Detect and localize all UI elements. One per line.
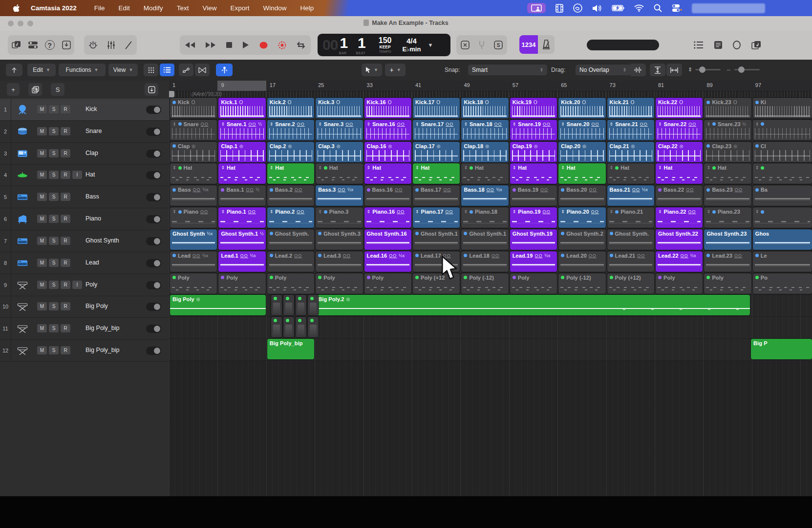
track-row-7[interactable]: 7MSRGhost Synth bbox=[0, 230, 169, 252]
flex-icon[interactable] bbox=[195, 64, 210, 76]
region[interactable]: Bass.18OO½x bbox=[461, 185, 508, 206]
region[interactable]: Lead.17OO bbox=[413, 251, 460, 272]
vertical-auto-zoom-button[interactable] bbox=[650, 64, 665, 76]
region[interactable]: Poly bbox=[316, 273, 363, 294]
region[interactable]: Ki bbox=[753, 98, 812, 118]
toggles-icon[interactable] bbox=[28, 41, 38, 49]
horizontal-zoom-slider[interactable]: ⇔ bbox=[726, 66, 760, 72]
lcd-tempo[interactable]: 150 KEEP TEMPO bbox=[379, 37, 392, 53]
region[interactable]: Big Poly.2◎ bbox=[316, 295, 750, 315]
region[interactable]: Lead.3OO bbox=[316, 251, 363, 272]
region[interactable]: ⇕Piano.16OO bbox=[364, 207, 411, 228]
track-row-8[interactable]: 8MSRLead bbox=[0, 252, 169, 274]
region[interactable]: ⇕SnareOO bbox=[170, 120, 217, 140]
r-button[interactable]: R bbox=[61, 149, 70, 157]
record-button[interactable] bbox=[259, 42, 268, 49]
track-on-toggle[interactable] bbox=[146, 150, 161, 158]
region[interactable]: Bass.23OO bbox=[704, 185, 751, 206]
region[interactable]: Poly bbox=[218, 273, 265, 294]
rewind-button[interactable] bbox=[185, 42, 195, 48]
track-row-3[interactable]: 3MSRClap bbox=[0, 143, 169, 165]
region[interactable]: ⇕Piano.1OO bbox=[218, 207, 265, 228]
track-lane[interactable] bbox=[169, 317, 812, 339]
r-button[interactable]: R bbox=[61, 281, 70, 289]
list-view-icon[interactable] bbox=[160, 64, 174, 76]
region[interactable]: ⇕Snare.18OO bbox=[461, 120, 508, 140]
track-on-toggle[interactable] bbox=[146, 303, 161, 311]
menu-item-window[interactable]: Window bbox=[263, 4, 286, 12]
region[interactable]: Ghost Synth.16 bbox=[364, 229, 411, 250]
region[interactable]: Kick.1O bbox=[218, 98, 265, 118]
region[interactable]: Clap.22◎ bbox=[656, 142, 703, 162]
cycle-button[interactable] bbox=[296, 42, 306, 49]
edit-menu[interactable]: Edit▼ bbox=[27, 64, 56, 76]
region[interactable]: ⇕Snare.19OO bbox=[510, 120, 557, 140]
drag-select[interactable]: No Overlap⇕ bbox=[576, 65, 630, 75]
region[interactable]: Clap.17◎ bbox=[413, 142, 460, 162]
region[interactable]: ⇕Hat bbox=[218, 163, 265, 184]
m-button[interactable]: M bbox=[37, 127, 47, 135]
region[interactable]: ⇕Snare.1OO½ bbox=[218, 120, 265, 140]
region[interactable]: Poly bbox=[510, 273, 557, 294]
help-icon[interactable]: ? bbox=[45, 40, 55, 50]
track-on-toggle[interactable] bbox=[146, 347, 161, 355]
region[interactable]: Kick.3O bbox=[316, 98, 363, 118]
region[interactable]: ⇕Piano.2OO bbox=[267, 207, 314, 228]
track-on-toggle[interactable] bbox=[146, 106, 161, 114]
region[interactable]: Ghost Synth.3 bbox=[316, 229, 363, 250]
lcd-time-signature[interactable]: 4/4 E♭min bbox=[402, 37, 421, 54]
region[interactable]: Clap.18◎ bbox=[461, 142, 508, 162]
region[interactable]: Lead.20OO bbox=[558, 251, 605, 272]
track-row-2[interactable]: 2MSRSnare bbox=[0, 121, 169, 143]
region[interactable]: ⇕Piano.23 bbox=[704, 207, 751, 228]
active-app-name[interactable]: Camtasia 2022 bbox=[31, 4, 77, 12]
region[interactable]: ⇕Piano.3 bbox=[316, 207, 363, 228]
region[interactable]: ⇕Hat bbox=[607, 163, 654, 184]
discard-recording-icon[interactable] bbox=[461, 41, 470, 49]
metronome-button[interactable] bbox=[538, 35, 555, 54]
lcd-chevron-down-icon[interactable]: ▼ bbox=[427, 42, 433, 48]
tuner-icon[interactable] bbox=[88, 41, 98, 50]
region[interactable]: Clap.3◎ bbox=[316, 142, 363, 162]
m-button[interactable]: M bbox=[37, 324, 47, 332]
region[interactable]: Po bbox=[753, 273, 812, 294]
region[interactable]: Bass.1OO½ bbox=[218, 185, 265, 206]
r-button[interactable]: R bbox=[61, 215, 70, 223]
track-lane[interactable] bbox=[169, 339, 812, 361]
region[interactable]: ⇕Hat bbox=[656, 163, 703, 184]
region[interactable]: ⇕ bbox=[753, 163, 812, 184]
track-on-toggle[interactable] bbox=[146, 215, 161, 223]
r-button[interactable]: R bbox=[61, 193, 70, 201]
region[interactable]: ⇕Hat bbox=[510, 163, 557, 184]
s-button[interactable]: S bbox=[49, 149, 59, 157]
track-row-5[interactable]: 5MSRBass bbox=[0, 186, 169, 208]
menu-item-view[interactable]: View bbox=[202, 4, 216, 12]
bar-ruler[interactable]: 191725334149576573818997 bbox=[169, 81, 812, 91]
m-button[interactable]: M bbox=[37, 105, 47, 113]
region[interactable]: ⇕Snare.16OO bbox=[364, 120, 411, 140]
pencil-icon[interactable] bbox=[125, 41, 132, 49]
pointer-tool-menu[interactable]: ▼ bbox=[362, 64, 382, 76]
region[interactable]: Clap.1◎ bbox=[218, 142, 265, 162]
region[interactable]: Bass.22OO bbox=[656, 185, 703, 206]
track-on-toggle[interactable] bbox=[146, 171, 161, 179]
region[interactable]: Poly (+12) bbox=[607, 273, 654, 294]
cycle-range[interactable] bbox=[217, 81, 266, 91]
track-on-toggle[interactable] bbox=[146, 259, 161, 267]
region[interactable]: ⇕Piano.17OO bbox=[413, 207, 460, 228]
playhead-handle[interactable] bbox=[169, 91, 174, 97]
region[interactable]: Ghost Synth.2 bbox=[558, 229, 605, 250]
region[interactable]: ⇕Snare.21OO bbox=[607, 120, 654, 140]
film-icon[interactable] bbox=[556, 4, 563, 13]
region[interactable]: ⇕Snare.22OO bbox=[656, 120, 703, 140]
mini-region[interactable] bbox=[296, 317, 306, 337]
region[interactable]: Kick.18O bbox=[461, 98, 508, 118]
region[interactable]: ⇕Snare.23½ bbox=[704, 120, 751, 140]
vertical-zoom-slider[interactable]: ⇕ bbox=[688, 66, 721, 73]
region[interactable]: Ghost Synth. bbox=[267, 229, 314, 250]
s-button[interactable]: S bbox=[49, 346, 59, 354]
region[interactable]: Lead.2OO bbox=[267, 251, 314, 272]
region[interactable]: Kick.21O bbox=[607, 98, 654, 118]
region[interactable]: ⇕Piano.18 bbox=[461, 207, 508, 228]
grid-view-icon[interactable] bbox=[144, 64, 158, 76]
